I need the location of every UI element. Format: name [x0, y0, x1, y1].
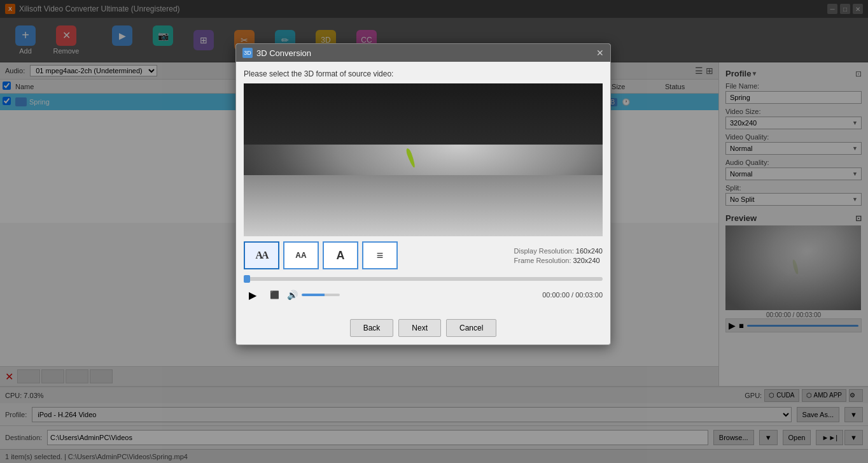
modal-title: 3D Conversion [256, 48, 311, 58]
frame-resolution-value: 320x240 [573, 257, 600, 264]
resolution-info: Display Resolution: 160x240 Frame Resolu… [514, 247, 603, 264]
format-buttons: AA AA A ≡ [244, 241, 398, 269]
time-display: 00:00:00 / 00:03:00 [542, 291, 603, 299]
player-controls: ▶ ⬛ 🔊 00:00:00 / 00:03:00 [244, 283, 603, 306]
video-gradient [244, 83, 603, 236]
video-progress-handle[interactable] [244, 275, 250, 283]
volume-slider[interactable] [302, 294, 340, 296]
video-light-bottom [244, 175, 603, 236]
modal-subtitle: Please select the 3D format of source vi… [244, 69, 603, 78]
next-button[interactable]: Next [398, 319, 441, 337]
modal-close-button[interactable]: ✕ [596, 48, 604, 58]
cancel-button[interactable]: Cancel [446, 319, 496, 337]
video-dark-top [244, 83, 603, 145]
modal-body: Please select the 3D format of source vi… [236, 62, 610, 314]
format-row: AA AA A ≡ Display [244, 236, 603, 274]
display-resolution: Display Resolution: 160x240 [514, 247, 603, 255]
play-button[interactable]: ▶ [244, 286, 262, 304]
display-resolution-value: 160x240 [576, 247, 603, 255]
format-top-bottom-button[interactable]: AA [283, 241, 319, 269]
modal-title-bar: 3D 3D Conversion ✕ [236, 44, 610, 62]
frame-resolution: Frame Resolution: 320x240 [514, 257, 603, 264]
modal-footer: Back Next Cancel [236, 314, 610, 345]
modal-icon: 3D [242, 48, 253, 58]
stop-button[interactable]: ⬛ [265, 286, 283, 304]
3d-conversion-modal: 3D 3D Conversion ✕ Please select the 3D … [235, 43, 611, 345]
modal-video-preview [244, 83, 603, 236]
format-line-interleaved-button[interactable]: ≡ [362, 241, 398, 269]
video-progress-track[interactable] [244, 277, 603, 281]
format-side-by-side-button[interactable]: AA [244, 241, 279, 269]
modal-overlay: 3D 3D Conversion ✕ Please select the 3D … [0, 0, 868, 463]
format-dual-stream-button[interactable]: A [323, 241, 358, 269]
back-button[interactable]: Back [350, 319, 394, 337]
volume-icon: 🔊 [287, 290, 298, 300]
video-leaf [405, 148, 417, 168]
